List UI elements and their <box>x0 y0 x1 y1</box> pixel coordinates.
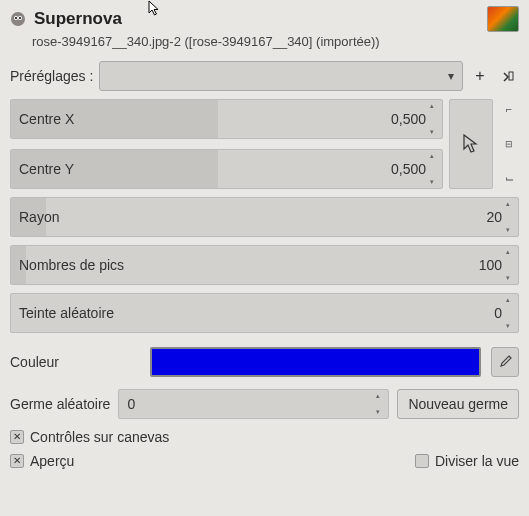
color-label: Couleur <box>10 354 140 370</box>
new-seed-button[interactable]: Nouveau germe <box>397 389 519 419</box>
dialog-header: Supernova <box>0 0 529 34</box>
chevron-down-icon: ▾ <box>448 69 454 83</box>
random-hue-label: Teinte aléatoire <box>19 305 114 321</box>
dialog-subtitle: rose-3949167__340.jpg-2 ([rose-3949167__… <box>0 34 529 57</box>
random-hue-value: 0 <box>494 305 502 321</box>
center-x-slider[interactable]: Centre X 0,500 ▴▾ <box>10 99 443 139</box>
radius-slider[interactable]: Rayon 20 ▴▾ <box>10 197 519 237</box>
eyedropper-button[interactable] <box>491 347 519 377</box>
bottom-row: ✕ Aperçu Diviser la vue <box>0 449 529 473</box>
presets-label: Préréglages : <box>10 68 93 84</box>
random-hue-spinner[interactable]: ▴▾ <box>506 296 516 330</box>
center-x-label: Centre X <box>19 111 74 127</box>
bracket-top-icon: ⌐ <box>506 103 512 115</box>
center-y-spinner[interactable]: ▴▾ <box>430 152 440 186</box>
radius-spinner[interactable]: ▴▾ <box>506 200 516 234</box>
canvas-controls-label: Contrôles sur canevas <box>30 429 169 445</box>
spokes-value: 100 <box>479 257 502 273</box>
center-x-value: 0,500 <box>391 111 426 127</box>
seed-label: Germe aléatoire <box>10 396 110 412</box>
svg-rect-5 <box>509 72 513 80</box>
image-thumbnail <box>487 6 519 32</box>
color-row: Couleur <box>0 341 529 383</box>
canvas-controls-checkbox[interactable]: ✕ <box>10 430 24 444</box>
preset-menu-button[interactable] <box>497 65 519 87</box>
point-picker-button[interactable] <box>449 99 493 189</box>
seed-value: 0 <box>127 396 135 412</box>
preset-add-button[interactable]: + <box>469 65 491 87</box>
cursor-icon <box>462 133 480 155</box>
link-chain-icon[interactable]: ⊟ <box>505 139 513 149</box>
center-x-spinner[interactable]: ▴▾ <box>430 102 440 136</box>
svg-point-0 <box>11 12 25 26</box>
svg-point-4 <box>19 17 21 19</box>
spokes-slider[interactable]: Nombres de pics 100 ▴▾ <box>10 245 519 285</box>
center-y-value: 0,500 <box>391 161 426 177</box>
color-swatch-button[interactable] <box>150 347 481 377</box>
canvas-controls-row: ✕ Contrôles sur canevas <box>0 425 529 449</box>
presets-combo[interactable]: ▾ <box>99 61 463 91</box>
seed-spinner[interactable]: ▴▾ <box>376 392 386 416</box>
gimp-logo-icon <box>10 11 26 27</box>
svg-point-3 <box>15 17 17 19</box>
seed-input[interactable]: 0 ▴▾ <box>118 389 389 419</box>
radius-label: Rayon <box>19 209 59 225</box>
presets-row: Préréglages : ▾ + <box>0 57 529 95</box>
bracket-bottom-icon: ⌙ <box>505 172 514 185</box>
seed-row: Germe aléatoire 0 ▴▾ Nouveau germe <box>0 383 529 425</box>
eyedropper-icon <box>498 355 512 369</box>
split-view-checkbox[interactable] <box>415 454 429 468</box>
center-y-slider[interactable]: Centre Y 0,500 ▴▾ <box>10 149 443 189</box>
random-hue-slider[interactable]: Teinte aléatoire 0 ▴▾ <box>10 293 519 333</box>
spokes-label: Nombres de pics <box>19 257 124 273</box>
preview-checkbox[interactable]: ✕ <box>10 454 24 468</box>
radius-value: 20 <box>486 209 502 225</box>
preview-label: Aperçu <box>30 453 74 469</box>
center-y-label: Centre Y <box>19 161 74 177</box>
spokes-spinner[interactable]: ▴▾ <box>506 248 516 282</box>
link-column: ⌐ ⊟ ⌙ <box>499 99 519 189</box>
new-seed-label: Nouveau germe <box>408 396 508 412</box>
split-view-label: Diviser la vue <box>435 453 519 469</box>
dialog-title: Supernova <box>34 9 122 29</box>
